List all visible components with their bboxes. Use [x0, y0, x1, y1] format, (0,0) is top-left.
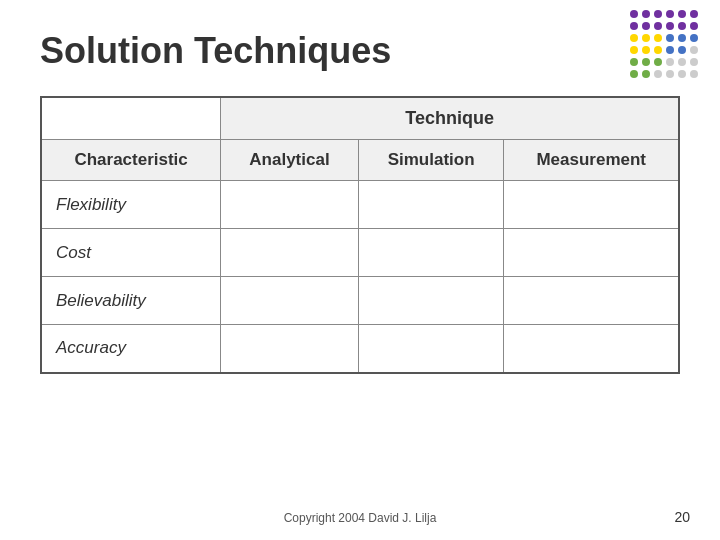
characteristic-header: Characteristic [41, 140, 221, 181]
table-cell [358, 229, 504, 277]
decoration-dot [642, 34, 650, 42]
table-cell [221, 325, 358, 373]
decoration-dot [690, 22, 698, 30]
decoration-dot [690, 34, 698, 42]
decoration-dot [678, 46, 686, 54]
decoration-dot [654, 70, 662, 78]
main-table: Technique Characteristic Analytical Simu… [40, 96, 680, 374]
measurement-header: Measurement [504, 140, 679, 181]
decoration-dot [630, 22, 638, 30]
decoration-dot [630, 34, 638, 42]
decoration-dot [666, 70, 674, 78]
decoration-dot [678, 22, 686, 30]
table-cell-last [504, 181, 679, 229]
simulation-header: Simulation [358, 140, 504, 181]
table-body: FlexibilityCostBelievabilityAccuracy [41, 181, 679, 373]
row-label: Cost [41, 229, 221, 277]
decoration-dot [642, 10, 650, 18]
copyright-text: Copyright 2004 David J. Lilja [284, 511, 437, 525]
row-label: Believability [41, 277, 221, 325]
decoration-dot [630, 70, 638, 78]
decoration-dot [666, 34, 674, 42]
decoration-dot [630, 10, 638, 18]
decoration-dot [642, 22, 650, 30]
decoration-dot [666, 58, 674, 66]
column-header-row: Characteristic Analytical Simulation Mea… [41, 140, 679, 181]
slide: Solution Techniques Technique Characteri… [0, 0, 720, 540]
table-cell-last [504, 277, 679, 325]
decoration-dot [678, 58, 686, 66]
empty-header [41, 97, 221, 140]
decoration-dot [678, 10, 686, 18]
decoration-dot [642, 70, 650, 78]
decoration-dot [678, 34, 686, 42]
decoration-dot [630, 58, 638, 66]
decoration-dot [666, 46, 674, 54]
table-row: Cost [41, 229, 679, 277]
table-row: Believability [41, 277, 679, 325]
decoration-dot [654, 58, 662, 66]
table-cell [221, 277, 358, 325]
table-cell-last [504, 325, 679, 373]
decoration-dot [690, 10, 698, 18]
row-label: Accuracy [41, 325, 221, 373]
decoration-dot [642, 46, 650, 54]
decoration-dot [678, 70, 686, 78]
table-cell [221, 181, 358, 229]
table-row: Accuracy [41, 325, 679, 373]
decoration-dot [654, 34, 662, 42]
decoration-dot [690, 58, 698, 66]
table-row: Flexibility [41, 181, 679, 229]
table-cell-last [504, 229, 679, 277]
decoration-dot [654, 22, 662, 30]
table-cell [358, 325, 504, 373]
table-container: Technique Characteristic Analytical Simu… [40, 96, 680, 374]
decoration-dot [654, 10, 662, 18]
table-cell [221, 229, 358, 277]
table-cell [358, 277, 504, 325]
technique-header: Technique [221, 97, 679, 140]
dots-decoration [630, 10, 710, 90]
analytical-header: Analytical [221, 140, 358, 181]
decoration-dot [654, 46, 662, 54]
decoration-dot [690, 46, 698, 54]
technique-header-row: Technique [41, 97, 679, 140]
decoration-dot [690, 70, 698, 78]
footer: Copyright 2004 David J. Lilja [0, 511, 720, 525]
dots-grid [630, 10, 710, 80]
decoration-dot [630, 46, 638, 54]
page-number: 20 [674, 509, 690, 525]
decoration-dot [666, 10, 674, 18]
decoration-dot [642, 58, 650, 66]
decoration-dot [666, 22, 674, 30]
row-label: Flexibility [41, 181, 221, 229]
table-cell [358, 181, 504, 229]
page-title: Solution Techniques [40, 30, 680, 72]
